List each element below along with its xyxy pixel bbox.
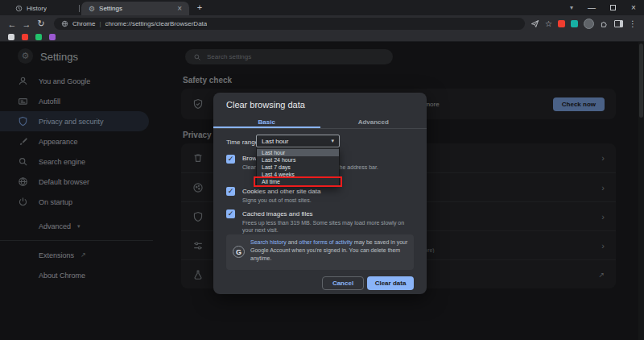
row-subtitle: Frees up less than 319 MB. Some sites ma… — [242, 219, 415, 234]
site-info-globe-icon — [61, 20, 68, 27]
tab-label: Settings — [99, 5, 122, 12]
browser-window: History ⚙ Settings × + ▾ — × ← → ↻ Chrom… — [0, 0, 644, 340]
bookmarks-bar — [0, 32, 644, 42]
annotation-highlight-box — [254, 176, 342, 187]
menu-kebab-icon[interactable]: ⋮ — [629, 20, 637, 28]
settings-gear-icon: ⚙ — [89, 5, 95, 13]
option-last-7-days[interactable]: Last 7 days — [257, 164, 339, 171]
tab-strip: History ⚙ Settings × + ▾ — × — [0, 0, 644, 15]
time-range-select[interactable]: Last hour ▾ — [256, 135, 340, 147]
google-g-icon: G — [233, 246, 245, 258]
bookmark-favicon-4[interactable] — [49, 34, 56, 40]
close-window-button[interactable]: × — [623, 0, 644, 15]
tab-search-caret-icon[interactable]: ▾ — [562, 4, 581, 11]
clear-browsing-data-dialog: Clear browsing data Basic Advanced Time … — [213, 93, 427, 294]
share-icon[interactable] — [530, 19, 539, 28]
tab-settings[interactable]: ⚙ Settings × — [81, 2, 189, 15]
maximize-icon — [610, 5, 616, 10]
dialog-title: Clear browsing data — [226, 100, 305, 110]
omnibox-app-label: Chrome — [72, 20, 95, 27]
maximize-button[interactable] — [602, 0, 623, 15]
search-history-link[interactable]: Search history — [250, 239, 287, 245]
time-range-value: Last hour — [262, 138, 288, 145]
settings-page: ⚙ Settings You and Google Autofill Priva… — [0, 42, 644, 340]
back-button[interactable]: ← — [5, 19, 19, 29]
checkbox-browsing-history[interactable]: ✓ — [226, 155, 235, 164]
time-range-label: Time range — [226, 139, 258, 146]
bookmark-favicon-3[interactable] — [35, 34, 42, 40]
checkbox-cached-images[interactable]: ✓ — [226, 209, 235, 218]
tab-history[interactable]: History — [8, 2, 79, 15]
tab-divider — [79, 5, 80, 12]
checkbox-cookies[interactable]: ✓ — [226, 187, 235, 196]
extensions-puzzle-icon[interactable] — [600, 19, 609, 28]
forward-button[interactable]: → — [19, 19, 34, 29]
option-last-24-hours[interactable]: Last 24 hours — [257, 156, 339, 164]
bookmark-favicon-2[interactable] — [22, 34, 28, 40]
google-account-note: G Search history and other forms of acti… — [226, 234, 414, 270]
other-activity-link[interactable]: other forms of activity — [299, 239, 353, 245]
tab-close-icon[interactable]: × — [177, 4, 182, 13]
omnibox-url: chrome://settings/clearBrowserData — [105, 20, 208, 27]
bookmark-favicon-1[interactable] — [8, 34, 14, 40]
cancel-button[interactable]: Cancel — [322, 276, 364, 290]
new-tab-button[interactable]: + — [193, 2, 206, 15]
chevron-down-icon: ▾ — [331, 138, 334, 144]
window-controls: ▾ — × — [562, 0, 644, 15]
history-clock-icon — [15, 5, 23, 12]
clear-data-button[interactable]: Clear data — [367, 276, 414, 290]
row-subtitle: Signs you out of most sites. — [242, 197, 415, 204]
browser-toolbar: ← → ↻ Chrome | chrome://settings/clearBr… — [0, 15, 644, 32]
tab-advanced[interactable]: Advanced — [320, 115, 427, 128]
tab-basic[interactable]: Basic — [213, 115, 320, 128]
row-title: Cookies and other site data — [242, 188, 320, 195]
toolbar-actions: ☆ ⋮ — [530, 19, 639, 29]
extension-icon-teal[interactable] — [571, 20, 578, 27]
tab-label: History — [27, 5, 47, 12]
omnibox-separator: | — [99, 20, 101, 27]
address-bar[interactable]: Chrome | chrome://settings/clearBrowserD… — [54, 18, 525, 30]
reload-button[interactable]: ↻ — [34, 19, 48, 29]
extension-icon-red[interactable] — [558, 20, 565, 27]
bookmark-star-icon[interactable]: ☆ — [545, 20, 552, 28]
note-text: Search history and other forms of activi… — [250, 238, 408, 263]
profile-avatar[interactable] — [584, 19, 594, 29]
minimize-button[interactable]: — — [581, 0, 602, 15]
row-title: Cached images and files — [242, 210, 313, 218]
note-mid: and — [287, 239, 299, 245]
side-panel-icon[interactable] — [614, 20, 623, 27]
dialog-tabs: Basic Advanced — [213, 115, 427, 129]
option-last-hour[interactable]: Last hour — [257, 149, 339, 156]
